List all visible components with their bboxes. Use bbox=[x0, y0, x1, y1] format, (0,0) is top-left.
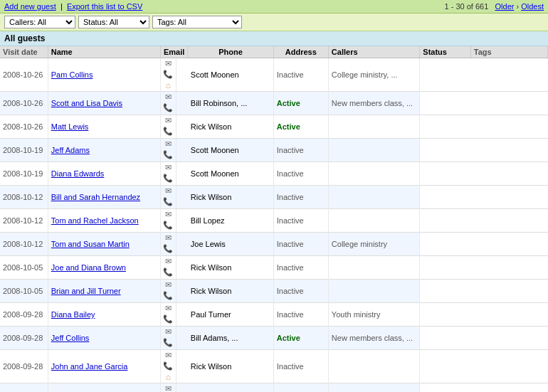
guest-name-link[interactable]: Brian and Jill Turner bbox=[51, 287, 121, 295]
cell-status: Inactive bbox=[273, 350, 328, 383]
cell-email-icon[interactable]: ✉ bbox=[161, 162, 176, 173]
guest-name-link[interactable]: Joe and Diana Brown bbox=[51, 263, 126, 272]
email-icon: ✉ bbox=[165, 186, 172, 196]
cell-email-icon[interactable]: ✉ bbox=[161, 139, 176, 149]
cell-date: 2008-10-05 bbox=[0, 256, 48, 280]
cell-phone-icon[interactable]: 📞 bbox=[161, 290, 176, 301]
tags-select[interactable]: Tags: AllCollege ministryNew members cla… bbox=[152, 16, 242, 28]
cell-email-icon[interactable]: ✉ bbox=[161, 233, 176, 243]
cell-status: Inactive bbox=[273, 186, 328, 209]
table-row: 2008-10-12Bill and Sarah Hernandez✉📞Rick… bbox=[0, 186, 548, 209]
cell-email-icon[interactable]: ✉ bbox=[161, 115, 176, 126]
cell-name: Tom and Susan Martin bbox=[48, 233, 160, 256]
phone-icon: 📞 bbox=[163, 361, 173, 371]
cell-date: 2008-10-26 bbox=[0, 115, 48, 139]
cell-phone-icon[interactable]: 📞 bbox=[161, 126, 176, 137]
guest-name-link[interactable]: John and Jane Garcia bbox=[51, 362, 128, 371]
table-row: 2008-10-12Tom and Susan Martin✉📞Joe Lewi… bbox=[0, 233, 548, 256]
cell-phone-icon[interactable]: 📞 bbox=[161, 69, 176, 80]
guest-name-link[interactable]: Bill and Sarah Hernandez bbox=[51, 193, 140, 201]
cell-name: Brian and Jill Turner bbox=[48, 280, 160, 303]
status-badge: Inactive bbox=[277, 362, 304, 371]
cell-tags bbox=[328, 209, 419, 233]
cell-phone-icon[interactable]: 📞 bbox=[161, 361, 176, 371]
col-header-phone: Phone bbox=[188, 46, 273, 58]
cell-status: Inactive bbox=[273, 209, 328, 233]
cell-address-icon[interactable]: ⌂ bbox=[161, 80, 176, 91]
cell-email-icon[interactable]: ✉ bbox=[161, 303, 176, 314]
cell-phone-icon[interactable]: 📞 bbox=[161, 102, 176, 113]
guests-table: Visit date Name Email Phone Address Call… bbox=[0, 46, 548, 392]
cell-email-icon[interactable]: ✉ bbox=[161, 256, 176, 267]
cell-name: Jeff Collins bbox=[48, 327, 160, 350]
table-row: 2008-09-28Diana Bailey✉📞Paul TurnerInact… bbox=[0, 303, 548, 327]
status-badge: Inactive bbox=[277, 310, 304, 319]
add-guest-link[interactable]: Add new guest bbox=[4, 2, 56, 11]
cell-phone-icon[interactable]: 📞 bbox=[161, 220, 176, 231]
cell-phone-icon[interactable]: 📞 bbox=[161, 267, 176, 277]
pagination-count: 1 - 30 of 661 bbox=[445, 2, 489, 11]
guest-name-link[interactable]: Matt Lewis bbox=[51, 122, 89, 131]
guest-name-link[interactable]: Diana Bailey bbox=[51, 310, 95, 319]
guest-name-link[interactable]: Jeff Collins bbox=[51, 334, 90, 342]
phone-icon: 📞 bbox=[163, 150, 173, 159]
cell-email-icon[interactable]: ✉ bbox=[161, 92, 176, 102]
section-title: All guests bbox=[0, 31, 548, 46]
table-row: 2008-10-26Scott and Lisa Davis✉📞Bill Rob… bbox=[0, 92, 548, 115]
email-icon: ✉ bbox=[165, 139, 172, 149]
cell-name: John and Jane Garcia bbox=[48, 350, 160, 383]
guest-name-link[interactable]: Tom and Rachel Jackson bbox=[51, 216, 139, 225]
guest-name-link[interactable]: Jeff Adams bbox=[51, 146, 90, 154]
cell-name: Tom and Rachel Jackson bbox=[48, 209, 160, 233]
cell-email-icon[interactable]: ✉ bbox=[161, 209, 176, 220]
cell-email-icon[interactable]: ✉ bbox=[161, 350, 176, 361]
cell-date: 2008-10-12 bbox=[0, 186, 48, 209]
cell-phone-icon[interactable]: 📞 bbox=[161, 149, 176, 160]
table-row: 2008-10-26Pam Collins✉📞⌂Scott MoonenInac… bbox=[0, 58, 548, 92]
guest-name-link[interactable]: Scott and Lisa Davis bbox=[51, 99, 122, 107]
guest-name-link[interactable]: Tom and Susan Martin bbox=[51, 240, 130, 248]
status-badge: Inactive bbox=[277, 146, 304, 154]
cell-phone-icon[interactable]: 📞 bbox=[161, 243, 176, 254]
callers-select[interactable]: Callers: AllScott MoonenBill RobinsonRic… bbox=[4, 16, 75, 28]
cell-tags bbox=[328, 115, 419, 139]
cell-tags bbox=[328, 162, 419, 186]
older-link[interactable]: Older bbox=[495, 2, 515, 11]
cell-phone-icon[interactable]: 📞 bbox=[161, 173, 176, 184]
cell-email-icon[interactable]: ✉ bbox=[161, 186, 176, 196]
cell-name: Scott and Lisa Davis bbox=[48, 92, 160, 115]
guest-name-link[interactable]: Diana Edwards bbox=[51, 169, 105, 178]
export-csv-link[interactable]: Export this list to CSV bbox=[67, 2, 142, 11]
email-icon: ✉ bbox=[165, 280, 172, 290]
cell-phone-icon[interactable]: 📞 bbox=[161, 337, 176, 348]
cell-email-icon[interactable]: ✉ bbox=[161, 58, 176, 69]
oldest-link[interactable]: Oldest bbox=[521, 2, 544, 11]
cell-email-icon[interactable]: ✉ bbox=[161, 383, 176, 392]
cell-caller: Rick Wilson bbox=[188, 280, 273, 303]
cell-name: Bill and Sarah Hernandez bbox=[48, 186, 160, 209]
cell-name: Matt Lewis bbox=[48, 115, 160, 139]
table-row: 2008-10-12Tom and Rachel Jackson✉📞Bill L… bbox=[0, 209, 548, 233]
cell-name: Bob and Pam Davis bbox=[48, 383, 160, 393]
table-row: 2008-10-19Jeff Adams✉📞Scott MoonenInacti… bbox=[0, 139, 548, 162]
col-header-caller: Callers bbox=[328, 46, 419, 58]
cell-email-icon[interactable]: ✉ bbox=[161, 280, 176, 290]
cell-caller: Bill Robinson, ... bbox=[188, 92, 273, 115]
guest-name-link[interactable]: Pam Collins bbox=[51, 70, 93, 79]
status-select[interactable]: Status: AllActiveInactiveUnassigned bbox=[78, 16, 149, 28]
cell-name: Pam Collins bbox=[48, 58, 160, 92]
col-header-status: Status bbox=[420, 46, 471, 58]
cell-email-icon[interactable]: ✉ bbox=[161, 327, 176, 337]
cell-phone-icon[interactable]: 📞 bbox=[161, 196, 176, 207]
cell-tags bbox=[328, 383, 419, 393]
callers-filter-group: Callers: AllScott MoonenBill RobinsonRic… bbox=[4, 16, 75, 28]
cell-address-icon[interactable]: ⌂ bbox=[161, 371, 176, 383]
phone-icon: 📞 bbox=[163, 244, 173, 253]
cell-phone-icon[interactable]: 📞 bbox=[161, 314, 176, 324]
cell-status: Active bbox=[273, 327, 328, 350]
cell-tags: New members class, ... bbox=[328, 327, 419, 350]
cell-date: 2008-10-12 bbox=[0, 209, 48, 233]
col-header-name: Name bbox=[48, 46, 160, 58]
table-row: 2008-09-28Jeff Collins✉📞Bill Adams, ...A… bbox=[0, 327, 548, 350]
status-badge: Inactive bbox=[277, 193, 304, 201]
